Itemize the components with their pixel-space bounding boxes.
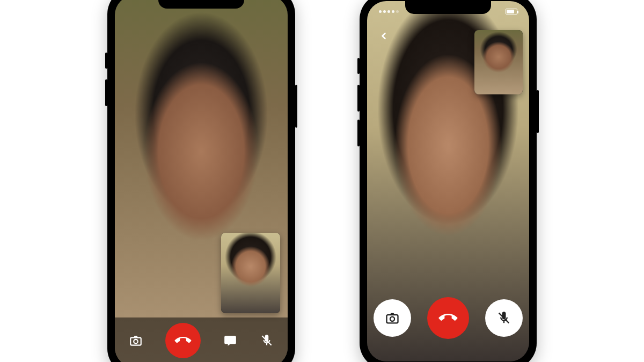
- svg-point-5: [390, 316, 394, 321]
- status-bar: [367, 1, 529, 23]
- mute-button[interactable]: [485, 299, 523, 337]
- message-icon: [223, 334, 237, 348]
- call-controls: [367, 285, 529, 361]
- microphone-muted-icon: [496, 311, 511, 326]
- notch: [158, 0, 244, 9]
- open-chat-button[interactable]: [223, 334, 237, 348]
- svg-point-1: [134, 339, 138, 343]
- mute-button[interactable]: [260, 334, 274, 348]
- switch-camera-button[interactable]: [129, 334, 143, 348]
- battery-icon: [506, 9, 517, 14]
- chevron-left-icon: [378, 31, 389, 41]
- back-button[interactable]: [375, 27, 393, 45]
- camera-icon: [385, 311, 400, 326]
- end-call-button[interactable]: [165, 323, 201, 358]
- signal-icon: [379, 10, 399, 13]
- screen: [367, 1, 529, 361]
- svg-rect-4: [387, 315, 398, 323]
- switch-camera-button[interactable]: [374, 299, 411, 337]
- microphone-muted-icon: [260, 334, 274, 348]
- volume-down-button[interactable]: [105, 79, 107, 106]
- self-view-video: [221, 233, 280, 313]
- svg-rect-0: [130, 337, 141, 345]
- self-view[interactable]: [221, 233, 280, 313]
- end-call-icon: [172, 329, 194, 351]
- self-view[interactable]: [474, 30, 523, 94]
- silent-switch[interactable]: [357, 58, 360, 74]
- phone-frame-left: [107, 0, 295, 362]
- camera-icon: [129, 334, 143, 348]
- volume-up-button[interactable]: [357, 85, 360, 112]
- phone-frame-right: [360, 0, 537, 362]
- screen: [115, 0, 288, 362]
- power-button[interactable]: [295, 85, 297, 128]
- end-call-button[interactable]: [427, 297, 469, 339]
- call-controls: [115, 317, 288, 363]
- end-call-icon: [435, 305, 461, 330]
- power-button[interactable]: [537, 90, 539, 133]
- volume-up-button[interactable]: [105, 53, 107, 69]
- volume-down-button[interactable]: [357, 120, 360, 146]
- self-view-video: [474, 30, 523, 94]
